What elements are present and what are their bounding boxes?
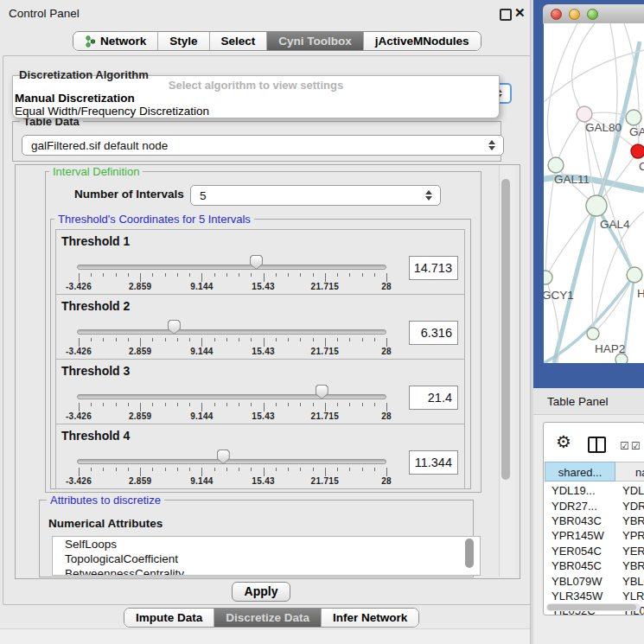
network-node-gal4[interactable] — [586, 195, 607, 216]
threshold-value-field[interactable]: 6.316 — [409, 321, 458, 345]
tab-cyni-toolbox[interactable]: Cyni Toolbox — [266, 32, 363, 50]
slider-track[interactable] — [77, 459, 386, 464]
cell-shared-name[interactable]: YER054C — [545, 545, 615, 558]
tab-jactivemnodules[interactable]: jActiveMNodules — [363, 32, 481, 50]
cell-shared-name[interactable]: YBR045C — [545, 559, 615, 572]
network-node-gcy1[interactable] — [544, 271, 552, 284]
table-row[interactable]: YBL079WYBL079 — [545, 573, 644, 588]
tab-style[interactable]: Style — [157, 32, 208, 50]
cell-shared-name[interactable]: YPR145W — [545, 529, 615, 542]
slider-tick — [189, 468, 190, 471]
slider-tick-label: -3.426 — [66, 282, 92, 291]
slider-tick — [264, 273, 265, 282]
table-row[interactable]: YDR27...YDR27 — [545, 498, 644, 513]
cell-shared-name[interactable]: YDR27... — [545, 500, 615, 513]
slider-tick — [189, 403, 190, 406]
slider-tick — [288, 403, 289, 406]
attribute-list-item[interactable]: TopologicalCoefficient — [53, 552, 480, 566]
threshold-value-field[interactable]: 21.4 — [409, 386, 458, 410]
table-row[interactable]: YLR345WYLR345 — [545, 589, 644, 603]
threshold-value-field[interactable]: 11.344 — [409, 450, 458, 475]
table-row[interactable]: YER054CYER054 — [545, 544, 644, 558]
vertical-scrollbar-thumb[interactable] — [501, 179, 510, 480]
slider-tick — [337, 403, 338, 406]
close-icon[interactable]: ✕ — [514, 5, 526, 21]
slider-tick — [337, 338, 338, 341]
cell-name[interactable]: YPR145 — [615, 529, 644, 542]
top-tab-bar: NetworkStyleSelectCyni ToolboxjActiveMNo… — [73, 31, 481, 51]
slider-tick — [91, 273, 92, 277]
cell-name[interactable]: YDR27 — [615, 500, 644, 513]
slider-track[interactable] — [77, 394, 386, 399]
cell-name[interactable]: YLR345 — [615, 590, 644, 603]
slider-tick — [79, 338, 80, 347]
slider-tick — [165, 338, 166, 341]
dropdown-option-manual-discretization[interactable]: Manual Discretization — [13, 92, 499, 105]
slider-tick — [300, 403, 301, 406]
column-header-shared-name[interactable]: shared... — [545, 462, 615, 481]
checkbox-icon[interactable]: ☑ — [631, 440, 641, 452]
threshold-value-field[interactable]: 14.713 — [409, 256, 458, 280]
network-node-gal11[interactable] — [548, 157, 564, 173]
tab-impute-data[interactable]: Impute Data — [124, 609, 214, 627]
apply-button[interactable]: Apply — [232, 582, 290, 602]
cell-name[interactable]: YER054 — [615, 545, 644, 558]
network-node-node-top-right[interactable] — [626, 110, 641, 125]
network-canvas[interactable]: GAL80GACGAL11GAL4GCY1HHAP2 — [544, 23, 644, 363]
slider-tick — [276, 338, 277, 341]
cell-name[interactable]: YBR043 — [615, 514, 644, 527]
slider-tick — [325, 273, 326, 282]
tab-infer-network[interactable]: Infer Network — [321, 609, 418, 627]
minimize-icon[interactable] — [569, 9, 580, 20]
cell-shared-name[interactable]: YDL19... — [545, 484, 615, 497]
slider-track[interactable] — [77, 265, 386, 270]
attribute-list-item[interactable]: BetweennessCentrality — [53, 566, 480, 576]
table-row[interactable]: YPR145WYPR145 — [545, 528, 644, 543]
attributes-scrollbar-thumb[interactable] — [465, 539, 474, 568]
tab-label: Infer Network — [333, 611, 407, 624]
network-node-h[interactable] — [627, 267, 642, 283]
checkbox-icon[interactable]: ☑ — [620, 440, 629, 452]
slider-track[interactable] — [77, 329, 386, 335]
close-icon[interactable] — [551, 9, 562, 20]
horizontal-scrollbar[interactable] — [546, 603, 641, 611]
slider-tick-label: 2.859 — [129, 411, 152, 421]
zoom-icon[interactable] — [587, 9, 598, 20]
tab-discretize-data[interactable]: Discretize Data — [214, 609, 321, 627]
cell-name[interactable]: YBL079 — [615, 575, 644, 588]
gear-icon[interactable]: ⚙ — [556, 431, 571, 452]
horizontal-scrollbar-thumb[interactable] — [547, 604, 636, 610]
cell-shared-name[interactable]: YBL079W — [545, 575, 615, 588]
restore-icon[interactable] — [500, 9, 512, 21]
tab-label: Select — [221, 35, 256, 48]
slider-tick — [79, 468, 80, 476]
network-window-titlebar[interactable] — [543, 4, 644, 24]
cell-shared-name[interactable]: YLR345W — [545, 590, 615, 603]
column-header-name[interactable]: name — [615, 462, 644, 481]
tab-label: Discretize Data — [226, 611, 309, 624]
num-intervals-combobox[interactable]: 5 — [190, 185, 441, 206]
network-node-gal80[interactable] — [577, 106, 592, 122]
slider-tick — [239, 403, 239, 406]
cell-name[interactable]: YDL19 — [615, 484, 644, 497]
slider-tick — [226, 273, 227, 277]
columns-icon[interactable] — [588, 437, 606, 453]
interval-definition-title: Interval Definition — [49, 166, 143, 177]
tab-select[interactable]: Select — [209, 32, 267, 50]
cell-name[interactable]: YBR045 — [615, 559, 644, 572]
tab-network[interactable]: Network — [73, 32, 157, 50]
table-row[interactable]: YDL19...YDL19 — [545, 483, 644, 498]
dropdown-option-equal-width-frequency[interactable]: Equal Width/Frequency Discretization — [13, 105, 499, 118]
slider-tick-label: 15.43 — [252, 282, 275, 291]
cell-shared-name[interactable]: YBR043C — [545, 514, 615, 527]
table-row[interactable]: YBR045CYBR045 — [545, 558, 644, 573]
network-node-label: H — [637, 287, 644, 300]
attribute-list-item[interactable]: SelfLoops — [53, 537, 480, 552]
network-node-hap2[interactable] — [587, 328, 599, 340]
table-row[interactable]: YBR043CYBR043 — [545, 513, 644, 528]
table-data-combobox[interactable]: galFiltered.sif default node — [22, 135, 504, 156]
network-node-node-red[interactable] — [631, 144, 644, 158]
network-edge — [596, 206, 634, 275]
slider-tick — [374, 468, 375, 471]
slider-tick — [325, 468, 326, 476]
